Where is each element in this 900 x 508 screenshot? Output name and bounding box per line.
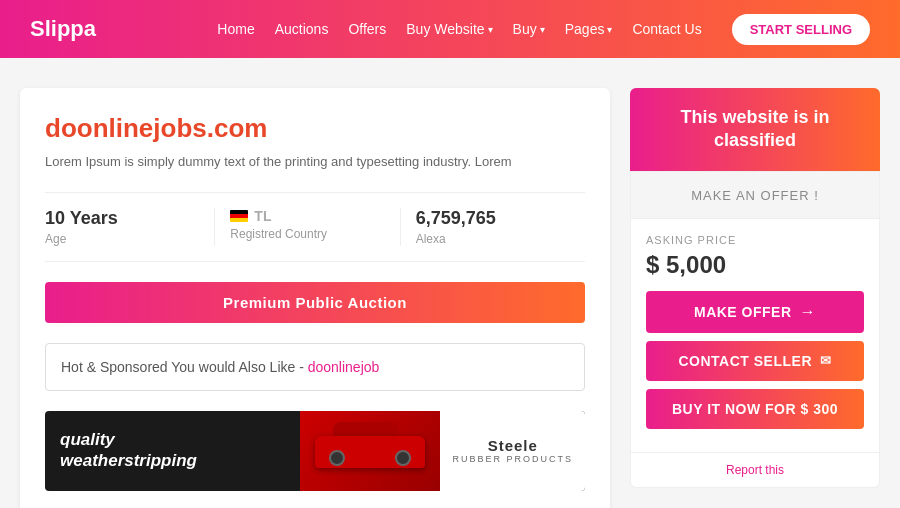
car-wheel-right xyxy=(395,450,411,466)
car-body xyxy=(315,436,425,468)
asking-label: ASKING PRICE xyxy=(646,234,864,246)
sponsored-link[interactable]: doonlinejob xyxy=(308,359,380,375)
start-selling-button[interactable]: START SELLING xyxy=(732,14,870,45)
stats-row: 10 Years Age TL Registred Country 6,759,… xyxy=(45,192,585,262)
buy-website-chevron: ▾ xyxy=(488,24,493,35)
buy-chevron: ▾ xyxy=(540,24,545,35)
sponsored-box: Hot & Sponsored You would Also Like - do… xyxy=(45,343,585,391)
asking-section: ASKING PRICE $ 5,000 MAKE OFFER → CONTAC… xyxy=(630,219,880,453)
nav-contact-us[interactable]: Contact Us xyxy=(632,21,701,37)
main-nav: Home Auctions Offers Buy Website ▾ Buy ▾… xyxy=(217,14,870,45)
nav-offers[interactable]: Offers xyxy=(348,21,386,37)
alexa-label: Alexa xyxy=(416,232,570,246)
auction-button[interactable]: Premium Public Auction xyxy=(45,282,585,323)
nav-home[interactable]: Home xyxy=(217,21,254,37)
right-panel: This website is in classified MAKE AN OF… xyxy=(630,88,880,508)
banner-quality-text: quality weatherstripping xyxy=(60,430,285,471)
nav-buy-website[interactable]: Buy Website ▾ xyxy=(406,21,492,37)
mail-icon: ✉ xyxy=(820,353,832,368)
country-value: TL xyxy=(230,208,384,224)
flag-icon xyxy=(230,210,248,222)
make-offer-link[interactable]: MAKE AN OFFER ! xyxy=(691,188,819,203)
nav-auctions[interactable]: Auctions xyxy=(275,21,329,37)
site-title: doonlinejobs.com xyxy=(45,113,585,144)
country-code: TL xyxy=(254,208,271,224)
site-description: Lorem Ipsum is simply dummy text of the … xyxy=(45,152,585,172)
logo: Slippa xyxy=(30,16,96,42)
country-label: Registred Country xyxy=(230,227,384,241)
age-label: Age xyxy=(45,232,199,246)
car-shape xyxy=(310,423,430,478)
banner-left: quality weatherstripping xyxy=(45,420,300,481)
banner-image: quality weatherstripping Steele RUBBER P… xyxy=(45,411,585,491)
make-offer-button[interactable]: MAKE OFFER → xyxy=(646,291,864,333)
make-offer-section: MAKE AN OFFER ! xyxy=(630,171,880,219)
left-panel: doonlinejobs.com Lorem Ipsum is simply d… xyxy=(20,88,610,508)
car-wheel-left xyxy=(329,450,345,466)
banner-logo: Steele RUBBER PRODUCTS xyxy=(440,411,585,491)
alexa-stat: 6,759,765 Alexa xyxy=(401,208,585,246)
classified-banner: This website is in classified xyxy=(630,88,880,171)
asking-price: $ 5,000 xyxy=(646,251,864,279)
report-link[interactable]: Report this xyxy=(630,453,880,488)
pages-chevron: ▾ xyxy=(607,24,612,35)
sponsored-text: Hot & Sponsored You would Also Like - xyxy=(61,359,308,375)
rubber-products-label: RUBBER PRODUCTS xyxy=(452,454,573,464)
age-value: 10 Years xyxy=(45,208,199,229)
nav-pages[interactable]: Pages ▾ xyxy=(565,21,613,37)
age-stat: 10 Years Age xyxy=(45,208,215,246)
header: Slippa Home Auctions Offers Buy Website … xyxy=(0,0,900,58)
banner-car xyxy=(300,411,440,491)
buy-now-button[interactable]: BUY IT NOW FOR $ 300 xyxy=(646,389,864,429)
main-content: doonlinejobs.com Lorem Ipsum is simply d… xyxy=(0,88,900,508)
alexa-value: 6,759,765 xyxy=(416,208,570,229)
contact-seller-button[interactable]: CONTACT SELLER ✉ xyxy=(646,341,864,381)
steele-brand: Steele xyxy=(488,437,538,454)
arrow-right-icon: → xyxy=(800,303,817,321)
nav-buy[interactable]: Buy ▾ xyxy=(513,21,545,37)
country-stat: TL Registred Country xyxy=(215,208,400,246)
